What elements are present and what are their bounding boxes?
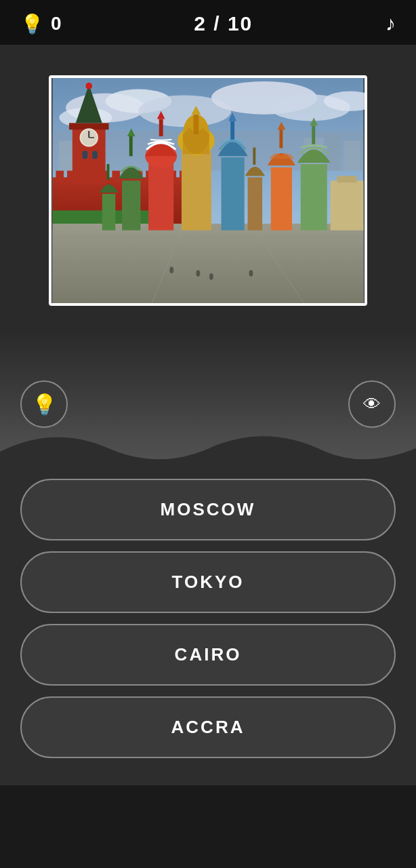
- eye-button[interactable]: 👁: [348, 380, 396, 428]
- svg-rect-21: [112, 171, 120, 183]
- city-illustration: [51, 78, 365, 303]
- svg-rect-61: [271, 167, 292, 231]
- svg-rect-13: [327, 134, 341, 171]
- svg-rect-65: [107, 164, 110, 180]
- svg-point-73: [196, 270, 200, 277]
- top-bar: 💡 0 2 / 10 ♪: [0, 0, 416, 45]
- wave-divider: [0, 425, 416, 479]
- progress-indicator: 2 / 10: [194, 12, 253, 35]
- svg-rect-64: [102, 194, 116, 231]
- middle-section: 💡 👁: [0, 330, 416, 479]
- city-image: [49, 75, 367, 306]
- answer-cairo[interactable]: CAIRO: [20, 624, 396, 686]
- svg-rect-55: [222, 157, 245, 230]
- svg-point-75: [169, 267, 173, 273]
- svg-rect-67: [253, 148, 255, 165]
- image-section: [0, 45, 416, 330]
- hint-button[interactable]: 💡: [20, 380, 68, 428]
- svg-point-76: [249, 270, 253, 277]
- svg-rect-59: [129, 136, 133, 156]
- eye-icon: 👁: [363, 394, 381, 415]
- svg-rect-37: [82, 151, 87, 159]
- svg-rect-58: [122, 180, 140, 230]
- svg-rect-9: [59, 141, 72, 171]
- svg-rect-14: [344, 141, 360, 171]
- svg-rect-46: [182, 151, 211, 230]
- answer-accra[interactable]: ACCRA: [20, 696, 396, 758]
- svg-rect-71: [331, 180, 364, 230]
- svg-rect-56: [230, 121, 234, 139]
- svg-rect-16: [56, 171, 64, 183]
- svg-rect-38: [92, 151, 98, 159]
- answer-moscow[interactable]: MOSCOW: [20, 479, 396, 540]
- svg-rect-53: [159, 119, 163, 136]
- svg-rect-68: [301, 164, 327, 231]
- music-icon[interactable]: ♪: [386, 12, 396, 35]
- svg-rect-62: [279, 130, 283, 148]
- hint-bulb-icon: 💡: [32, 393, 57, 416]
- svg-rect-69: [312, 125, 315, 144]
- svg-rect-49: [194, 115, 199, 134]
- svg-rect-51: [148, 164, 173, 231]
- score-area: 💡 0: [20, 13, 62, 35]
- svg-point-74: [209, 273, 213, 280]
- answers-section: MOSCOW TOKYO CAIRO ACCRA: [0, 479, 416, 785]
- svg-rect-66: [248, 177, 262, 230]
- answer-tokyo[interactable]: TOKYO: [20, 551, 396, 613]
- score-value: 0: [51, 13, 62, 35]
- svg-point-32: [85, 83, 92, 90]
- svg-rect-72: [337, 176, 356, 183]
- hint-count-icon: 💡: [20, 13, 44, 35]
